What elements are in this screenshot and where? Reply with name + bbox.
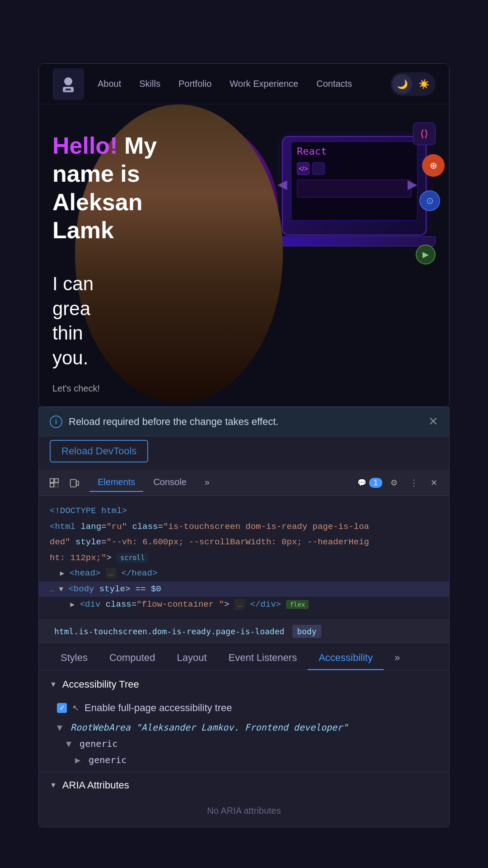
generic2-expand-icon: ▶: [75, 755, 80, 765]
navbar-links: About Skills Portfolio Work Experience C…: [98, 79, 390, 89]
aria-section-title: ARIA Attributes: [62, 779, 129, 791]
html-line-body[interactable]: … ▼ <body style> == $0: [39, 581, 449, 597]
panel-tab-layout[interactable]: Layout: [166, 646, 217, 670]
svg-rect-5: [55, 478, 58, 482]
svg-rect-8: [70, 479, 76, 487]
hero-cta[interactable]: Let's check!: [52, 383, 100, 394]
panel-tab-event-listeners[interactable]: Event Listeners: [218, 646, 308, 670]
accessibility-panel-content: ▼ Accessibility Tree ✓ ↖ Enable full-pag…: [39, 670, 449, 827]
device-toggle-icon[interactable]: [66, 475, 82, 491]
generic2-label: generic: [89, 755, 127, 765]
svg-rect-6: [50, 483, 54, 486]
html-line-doctype: <!DOCTYPE html>: [39, 503, 449, 519]
hero-subtitle: I cangreathinyou.: [52, 272, 94, 370]
accessibility-tree-header[interactable]: ▼ Accessibility Tree: [39, 670, 449, 698]
cursor-icon: ↖: [72, 703, 79, 713]
more-options-icon[interactable]: ⋮: [406, 475, 422, 491]
devtools-toolbar-right: 💬 1 ⚙ ⋮ ✕: [357, 475, 442, 491]
reload-banner-content: i Reload required before the change take…: [50, 415, 278, 428]
devtools-panel: i Reload required before the change take…: [38, 407, 450, 827]
tree-collapse-icon: ▼: [50, 680, 57, 689]
hero-title: Hello! Myname isAleksanLamk: [52, 132, 157, 245]
close-devtools-icon[interactable]: ✕: [426, 475, 442, 491]
theme-toggle: 🌙 ☀️: [390, 72, 436, 96]
nav-work-experience[interactable]: Work Experience: [230, 79, 298, 89]
html-line-div[interactable]: ▶ <div class="flow-container "> … </div>…: [39, 597, 449, 613]
enable-tree-row: ✓ ↖ Enable full-page accessibility tree: [39, 698, 449, 719]
html-line-html-cont: ded" style="--vh: 6.600px; --scrollBarWi…: [39, 534, 449, 550]
no-aria-message: No ARIA attributes: [39, 798, 449, 827]
nav-skills[interactable]: Skills: [139, 79, 160, 89]
light-mode-button[interactable]: ☀️: [414, 74, 434, 94]
enable-tree-checkbox[interactable]: ✓: [57, 703, 67, 713]
info-icon: i: [50, 415, 62, 428]
nav-portfolio[interactable]: Portfolio: [178, 79, 211, 89]
comment-badge-area: 💬 1: [357, 478, 382, 488]
reload-devtools-button[interactable]: Reload DevTools: [50, 440, 148, 462]
devtools-main-tabs: Elements Console »: [86, 473, 354, 492]
html-line-html[interactable]: <html lang="ru" class="is-touchscreen do…: [39, 519, 449, 535]
generic1-label: generic: [80, 738, 117, 749]
html-tree: <!DOCTYPE html> <html lang="ru" class="i…: [39, 496, 449, 620]
devtab-more[interactable]: »: [197, 473, 218, 492]
devtab-console[interactable]: Console: [145, 473, 194, 492]
svg-rect-4: [50, 478, 54, 482]
nav-about[interactable]: About: [98, 79, 121, 89]
dark-mode-button[interactable]: 🌙: [392, 74, 412, 94]
panel-tabs: Styles Computed Layout Event Listeners A…: [39, 643, 449, 670]
tree-root-node[interactable]: ▼ RootWebArea "Aleksander Lamkov. Fronte…: [39, 719, 449, 736]
navbar: </> About Skills Portfolio Work Experien…: [39, 64, 449, 104]
root-node-label: RootWebArea "Aleksander Lamkov. Frontend…: [70, 722, 348, 733]
reload-banner: i Reload required before the change take…: [39, 407, 449, 436]
nav-contacts[interactable]: Contacts: [316, 79, 352, 89]
reload-message: Reload required before the change takes …: [69, 416, 278, 428]
svg-rect-7: [55, 483, 58, 486]
close-banner-button[interactable]: ✕: [428, 415, 438, 429]
breadcrumb-bar: html.is-touchscreen.dom-is-ready.page-is…: [39, 620, 449, 643]
settings-icon[interactable]: ⚙: [386, 475, 402, 491]
svg-rect-9: [76, 481, 79, 485]
devtools-toolbar: Elements Console » 💬 1 ⚙ ⋮ ✕: [39, 470, 449, 496]
comment-icon: 💬: [357, 478, 366, 487]
breadcrumb-html[interactable]: html.is-touchscreen.dom-is-ready.page-is…: [50, 625, 289, 638]
inspect-element-icon[interactable]: [46, 475, 62, 491]
aria-header[interactable]: ▼ ARIA Attributes: [39, 772, 449, 798]
html-line-head[interactable]: ▶ <head> … </head>: [39, 566, 449, 581]
laptop-illustration: React </> ⟨⟩ ⊕ ⊙ ▶ ◀ ▶: [264, 118, 445, 290]
svg-point-0: [64, 77, 72, 85]
breadcrumb-body[interactable]: body: [292, 625, 321, 638]
tree-generic-node-2[interactable]: ▶ generic: [39, 752, 449, 768]
hero-section: React </> ⟨⟩ ⊕ ⊙ ▶ ◀ ▶ Hello! Myname i: [39, 104, 449, 407]
hero-text: Hello! Myname isAleksanLamk: [52, 132, 157, 245]
browser-window: </> About Skills Portfolio Work Experien…: [38, 63, 450, 407]
aria-attributes-section: ▼ ARIA Attributes No ARIA attributes: [39, 772, 449, 827]
panel-tab-styles[interactable]: Styles: [50, 646, 99, 670]
svg-text:</>: </>: [64, 88, 72, 93]
panel-tab-computed[interactable]: Computed: [99, 646, 166, 670]
root-expand-icon: ▼: [57, 722, 62, 733]
aria-collapse-icon: ▼: [50, 781, 57, 789]
enable-tree-label: Enable full-page accessibility tree: [84, 702, 232, 714]
panel-tab-accessibility[interactable]: Accessibility: [308, 646, 384, 670]
generic1-expand-icon: ▼: [66, 738, 71, 749]
tree-generic-node-1[interactable]: ▼ generic: [39, 736, 449, 752]
html-line-html-cont2: ht: 112px;"> scroll: [39, 550, 449, 566]
hero-hello: Hello!: [52, 132, 117, 159]
panel-tab-more[interactable]: »: [384, 646, 411, 670]
comment-count-badge: 1: [369, 478, 382, 488]
hero-subtitle-block: I cangreathinyou.: [52, 272, 94, 370]
devtab-elements[interactable]: Elements: [89, 473, 143, 492]
accessibility-tree-title: Accessibility Tree: [62, 679, 139, 690]
navbar-logo: </>: [52, 68, 84, 100]
